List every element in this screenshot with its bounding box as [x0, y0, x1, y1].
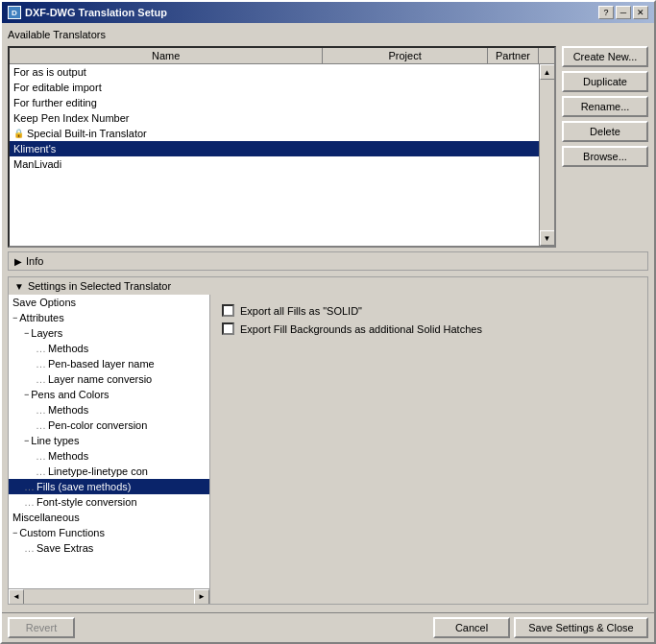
- main-window: D DXF-DWG Translation Setup ? ─ ✕ Availa…: [0, 0, 656, 644]
- tree-item[interactable]: …Font-style conversion: [9, 494, 209, 510]
- rename-button[interactable]: Rename...: [562, 96, 648, 117]
- window-title: DXF-DWG Translation Setup: [25, 7, 167, 18]
- h-scrollbar: ◄ ►: [9, 588, 209, 604]
- tree-expand-icon[interactable]: −: [24, 390, 29, 399]
- table-row-name-text: Special Built-in Translator: [27, 128, 147, 139]
- settings-right: Export all Fills as "SOLID"Export Fill B…: [210, 295, 647, 604]
- table-row-name: For as is output: [13, 66, 535, 78]
- table-header: Name Project Partner: [10, 48, 554, 64]
- table-row[interactable]: Keep Pen Index Number: [10, 110, 539, 126]
- info-header[interactable]: ▶ Info: [9, 252, 647, 270]
- browse-button[interactable]: Browse...: [562, 146, 648, 167]
- tree-expand-icon[interactable]: −: [12, 528, 17, 537]
- table-row-name-text: For editable import: [13, 82, 102, 93]
- table-row[interactable]: For further editing: [10, 95, 539, 110]
- col-project[interactable]: Project: [323, 48, 488, 63]
- info-section: ▶ Info: [8, 251, 648, 271]
- footer-right: Cancel Save Settings & Close: [433, 617, 648, 638]
- footer-left: Revert: [8, 617, 75, 638]
- main-content: Available Translators Name Project Partn…: [2, 23, 654, 612]
- scroll-right-arrow[interactable]: ►: [194, 589, 209, 605]
- window-icon: D: [8, 6, 21, 19]
- table-row[interactable]: 🔒Special Built-in Translator: [10, 126, 539, 141]
- settings-header[interactable]: ▼ Settings in Selected Translator: [9, 277, 647, 295]
- tree-item-label: Custom Functions: [19, 527, 105, 538]
- settings-tree: Save Options−Attributes−Layers…Methods…P…: [9, 295, 210, 604]
- tree-item[interactable]: …Methods: [9, 448, 209, 464]
- table-row[interactable]: For as is output: [10, 64, 539, 80]
- tree-item[interactable]: …Pen-based layer name: [9, 356, 209, 371]
- table-row[interactable]: ManLivadi: [10, 156, 539, 172]
- tree-item[interactable]: −Attributes: [9, 310, 209, 325]
- table-row-name: ManLivadi: [13, 158, 535, 170]
- table-row[interactable]: Kliment's: [10, 141, 539, 156]
- col-name[interactable]: Name: [10, 48, 323, 63]
- tree-item[interactable]: …Pen-color conversion: [9, 417, 209, 433]
- tree-item[interactable]: …Methods: [9, 341, 209, 356]
- settings-arrow: ▼: [14, 281, 24, 292]
- tree-item-label: Layer name conversio: [48, 373, 152, 385]
- close-button[interactable]: ✕: [633, 6, 648, 19]
- title-bar: D DXF-DWG Translation Setup ? ─ ✕: [2, 2, 654, 23]
- tree-item[interactable]: …Save Extras: [9, 540, 209, 556]
- cancel-button[interactable]: Cancel: [433, 617, 510, 638]
- tree-item-label: Methods: [48, 343, 88, 354]
- table-row-name-text: ManLivadi: [13, 158, 61, 170]
- settings-section: ▼ Settings in Selected Translator Save O…: [8, 276, 648, 605]
- help-button[interactable]: ?: [598, 6, 614, 19]
- lock-icon: 🔒: [13, 129, 24, 138]
- vertical-scrollbar[interactable]: ▲ ▼: [539, 64, 554, 246]
- tree-item-label: Pen-based layer name: [48, 358, 155, 370]
- title-buttons: ? ─ ✕: [598, 6, 648, 19]
- tree-dash: …: [24, 481, 35, 492]
- tree-item[interactable]: −Pens and Colors: [9, 387, 209, 402]
- settings-label: Settings in Selected Translator: [28, 280, 171, 292]
- tree-item-label: Font-style conversion: [36, 496, 137, 508]
- table-row[interactable]: For editable import: [10, 80, 539, 95]
- tree-item[interactable]: −Layers: [9, 325, 209, 341]
- title-bar-left: D DXF-DWG Translation Setup: [8, 6, 167, 19]
- col-partner[interactable]: Partner: [488, 48, 539, 63]
- window-icon-text: D: [12, 9, 17, 17]
- tree-item-label: Save Extras: [36, 542, 93, 554]
- tree-item[interactable]: Save Options: [9, 295, 209, 310]
- create-new-button[interactable]: Create New...: [562, 46, 648, 67]
- tree-expand-icon[interactable]: −: [24, 328, 29, 338]
- info-label: Info: [26, 255, 43, 267]
- translators-section: Name Project Partner For as is outputFor…: [8, 46, 648, 248]
- tree-item[interactable]: …Fills (save methods): [9, 479, 209, 494]
- translators-panel: Name Project Partner For as is outputFor…: [8, 46, 556, 248]
- tree-item[interactable]: …Linetype-linetype con: [9, 464, 209, 479]
- revert-button[interactable]: Revert: [8, 617, 75, 638]
- tree-dash: …: [36, 373, 46, 385]
- tree-dash: …: [36, 358, 46, 370]
- table-row-name: Kliment's: [13, 143, 535, 155]
- duplicate-button[interactable]: Duplicate: [562, 71, 648, 92]
- h-scroll-track: [24, 589, 194, 605]
- tree-item-label: Linetype-linetype con: [48, 465, 148, 477]
- tree-item[interactable]: −Line types: [9, 433, 209, 448]
- inner-settings: Save Options−Attributes−Layers…Methods…P…: [9, 295, 647, 604]
- checkbox-label-1: Export Fill Backgrounds as additional So…: [240, 323, 482, 335]
- tree-item[interactable]: …Methods: [9, 402, 209, 417]
- tree-expand-icon[interactable]: −: [24, 436, 29, 445]
- table-row-name: For further editing: [13, 97, 535, 108]
- scroll-left-arrow[interactable]: ◄: [9, 589, 24, 605]
- scrollbar-spacer: [539, 48, 554, 63]
- checkbox-row: Export Fill Backgrounds as additional So…: [222, 322, 636, 335]
- tree-expand-icon[interactable]: −: [12, 313, 17, 322]
- checkbox-1[interactable]: [222, 322, 234, 335]
- save-close-button[interactable]: Save Settings & Close: [514, 617, 648, 638]
- minimize-button[interactable]: ─: [616, 6, 631, 19]
- tree-item-label: Layers: [31, 327, 62, 339]
- side-buttons-panel: Create New... Duplicate Rename... Delete…: [562, 46, 648, 248]
- tree-item[interactable]: −Custom Functions: [9, 525, 209, 540]
- tree-item[interactable]: Miscellaneous: [9, 510, 209, 525]
- tree-item[interactable]: …Layer name conversio: [9, 371, 209, 387]
- scroll-down-arrow[interactable]: ▼: [540, 230, 555, 246]
- tree-scroll-area[interactable]: Save Options−Attributes−Layers…Methods…P…: [9, 295, 209, 588]
- scroll-up-arrow[interactable]: ▲: [540, 64, 555, 80]
- checkbox-0[interactable]: [222, 304, 234, 317]
- table-row-name: 🔒Special Built-in Translator: [13, 128, 535, 139]
- delete-button[interactable]: Delete: [562, 121, 648, 142]
